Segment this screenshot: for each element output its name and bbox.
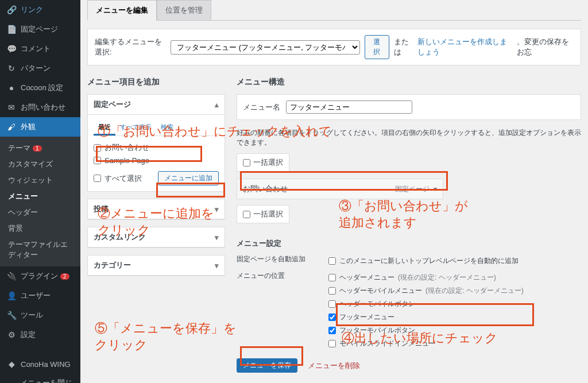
subnav-customize[interactable]: カスタマイズ — [0, 156, 80, 172]
select-all-row[interactable]: すべて選択 — [94, 172, 142, 185]
auto-add-checkbox[interactable] — [328, 257, 336, 265]
bulk-select-top[interactable]: 一括選択 — [237, 153, 289, 172]
sidebar-item-conoha[interactable]: ◆ConoHa WING — [0, 355, 80, 373]
add-items-heading: メニュー項目を追加 — [87, 77, 225, 87]
chevron-down-icon: ▾ — [215, 261, 219, 270]
panel-pages-header[interactable]: 固定ページ ▴ — [88, 95, 225, 115]
loc-header-menu[interactable]: ヘッダーメニュー (現在の設定: ヘッダーメニュー) — [328, 271, 581, 284]
chevron-down-icon: ▾ — [215, 233, 219, 242]
user-icon: 👤 — [6, 291, 17, 300]
plugin-icon: 🔌 — [6, 272, 17, 281]
panel-custom-links: カスタムリンク▾ — [87, 227, 225, 248]
menu-name-input[interactable] — [286, 100, 412, 114]
or-text: または — [394, 37, 413, 57]
tab-manage-locations[interactable]: 位置を管理 — [157, 0, 211, 21]
panel-tab-recent[interactable]: 最近 — [94, 121, 115, 136]
link-icon: 🔗 — [6, 5, 17, 14]
chevron-up-icon: ▴ — [215, 100, 219, 109]
select-all-checkbox[interactable] — [94, 175, 101, 182]
sidebar-item-pages[interactable]: 📄固定ページ — [0, 20, 80, 39]
sidebar-item-comments[interactable]: 💬コメント — [0, 39, 80, 59]
sample-checkbox[interactable] — [94, 157, 101, 164]
diamond-icon: ◆ — [6, 359, 17, 369]
bulk-select-bottom[interactable]: 一括選択 — [237, 205, 289, 223]
subnav-header[interactable]: ヘッダー — [0, 204, 80, 220]
loc-header-mobile-button[interactable]: ヘッダーモバイルボタン — [328, 297, 581, 311]
menu-item-type: 固定ページ ▾ — [395, 184, 437, 194]
admin-sidebar: 🔗リンク 📄固定ページ 💬コメント ↻パターン ●Cocoon 設定 ✉お問い合… — [0, 0, 80, 383]
tool-icon: 🔧 — [6, 311, 17, 320]
tab-edit-menus[interactable]: メニューを編集 — [87, 0, 157, 21]
panel-tabs: 最近 すべて表示 検索 — [94, 121, 219, 136]
subnav-background[interactable]: 背景 — [0, 220, 80, 237]
menu-name-row: メニュー名 — [237, 94, 581, 120]
menu-select[interactable]: フッターメニュー (フッターメニュー, フッターモバイルボタン) — [171, 40, 360, 55]
add-to-menu-button[interactable]: メニューに追加 — [158, 171, 219, 185]
loc-mobile-slide-in[interactable]: モバイルスライドインメニュー — [328, 337, 581, 350]
page-checkbox-row[interactable]: お問い合わせ — [94, 141, 219, 154]
sidebar-item-tools[interactable]: 🔧ツール — [0, 305, 80, 325]
sidebar-item-users[interactable]: 👤ユーザー — [0, 286, 80, 305]
menu-name-label: メニュー名 — [243, 102, 280, 113]
menu-settings: メニュー設定 固定ページを自動追加 このメニューに新しいトップレベルページを自動… — [237, 238, 581, 350]
panel-custom-header[interactable]: カスタムリンク▾ — [88, 227, 225, 247]
update-badge: 1 — [33, 145, 42, 152]
bulk-checkbox[interactable] — [243, 211, 250, 218]
menu-item-contact[interactable]: お問い合わせ 固定ページ ▾ — [237, 179, 443, 199]
main-content: メニューを編集 位置を管理 編集するメニューを選択: フッターメニュー (フッタ… — [80, 0, 588, 383]
sidebar-item-patterns[interactable]: ↻パターン — [0, 59, 80, 78]
menu-settings-heading: メニュー設定 — [237, 238, 581, 249]
contact-checkbox[interactable] — [94, 144, 101, 152]
sidebar-item-plugins[interactable]: 🔌プラグイン2 — [0, 266, 80, 286]
sidebar-submenu: テーマ1 カスタマイズ ウィジェット メニュー ヘッダー 背景 テーマファイルエ… — [0, 137, 80, 266]
panel-posts: 投稿▾ — [87, 199, 225, 220]
loc-footer-mobile-button[interactable]: フッターモバイルボタン — [328, 324, 581, 337]
dot-icon: ● — [6, 83, 17, 92]
help-text: 好みの順番に各項目をドラッグしてください。項目の右側の矢印をクリックすると、追加… — [237, 128, 581, 148]
panel-tab-all[interactable]: すべて表示 — [115, 121, 156, 136]
mail-icon: ✉ — [6, 103, 17, 112]
panel-tab-search[interactable]: 検索 — [156, 121, 178, 136]
select-menu-label: 編集するメニューを選択: — [95, 37, 166, 57]
tail-text: 。変更の保存をお忘 — [517, 37, 574, 57]
sidebar-item-links[interactable]: 🔗リンク — [0, 0, 80, 20]
gear-icon: ⚙ — [6, 330, 17, 339]
panel-posts-header[interactable]: 投稿▾ — [88, 199, 225, 219]
panel-categories-header[interactable]: カテゴリー▾ — [88, 256, 225, 276]
update-badge: 2 — [60, 273, 69, 280]
loc-footer-menu[interactable]: フッターメニュー — [328, 311, 581, 324]
sidebar-item-contact[interactable]: ✉お問い合わせ — [0, 98, 80, 117]
chevron-down-icon: ▾ — [215, 205, 219, 214]
subnav-menus[interactable]: メニュー — [0, 188, 80, 204]
sidebar-item-settings[interactable]: ⚙設定 — [0, 325, 80, 345]
panel-categories: カテゴリー▾ — [87, 255, 225, 276]
subnav-widgets[interactable]: ウィジェット — [0, 172, 80, 188]
page-checkbox-row[interactable]: Sample Page — [94, 154, 219, 167]
loc-header-mobile-menu[interactable]: ヘッダーモバイルメニュー (現在の設定: ヘッダーメニュー) — [328, 284, 581, 297]
menu-item-title: お問い合わせ — [243, 184, 288, 194]
location-label: メニューの位置 — [237, 271, 328, 350]
new-menu-link[interactable]: 新しいメニューを作成しましょう — [417, 37, 512, 57]
sidebar-item-appearance[interactable]: 🖌外観 — [0, 117, 80, 137]
panel-pages: 固定ページ ▴ 最近 すべて表示 検索 お問い合わせ Sample Page す… — [87, 94, 225, 192]
sidebar-item-cocoon[interactable]: ●Cocoon 設定 — [0, 78, 80, 98]
save-menu-button[interactable]: メニューを保存 — [237, 358, 297, 373]
auto-add-label: 固定ページを自動追加 — [237, 254, 328, 268]
delete-menu-link[interactable]: メニューを削除 — [308, 361, 360, 371]
subnav-theme-editor[interactable]: テーマファイルエディター — [0, 237, 80, 263]
screen-tabs: メニューを編集 位置を管理 — [87, 0, 581, 21]
brush-icon: 🖌 — [6, 122, 17, 131]
auto-add-row[interactable]: このメニューに新しいトップレベルページを自動的に追加 — [328, 254, 581, 268]
location-options: ヘッダーメニュー (現在の設定: ヘッダーメニュー) ヘッダーモバイルメニュー … — [328, 271, 581, 350]
bulk-checkbox[interactable] — [243, 159, 250, 167]
sidebar-item-collapse[interactable]: ◀メニューを閉じる — [0, 373, 80, 383]
comment-icon: 💬 — [6, 44, 17, 53]
pattern-icon: ↻ — [6, 64, 17, 73]
menu-selector-bar: 編集するメニューを選択: フッターメニュー (フッターメニュー, フッターモバイ… — [87, 29, 581, 65]
select-button[interactable]: 選択 — [365, 35, 389, 59]
page-icon: 📄 — [6, 25, 17, 34]
menu-structure-heading: メニュー構造 — [237, 77, 581, 87]
subnav-themes[interactable]: テーマ1 — [0, 140, 80, 156]
